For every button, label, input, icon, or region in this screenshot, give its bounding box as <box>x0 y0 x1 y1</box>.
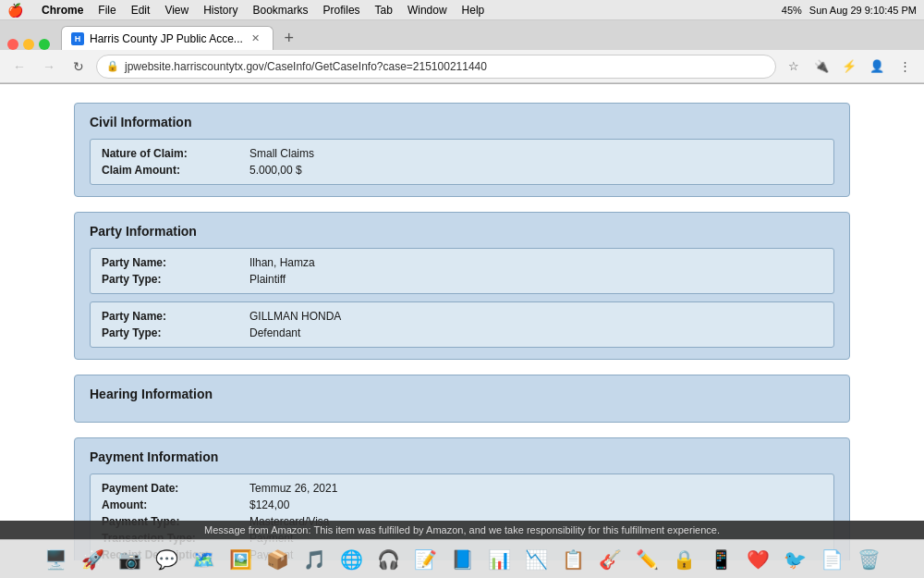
nav-right-buttons: ☆ 🔌 ⚡ 👤 ⋮ <box>782 55 917 79</box>
civil-amount-label: Claim Amount: <box>102 164 249 177</box>
extension-button-1[interactable]: 🔌 <box>809 55 833 79</box>
party1-name-label: Party Name: <box>102 256 249 269</box>
party-2-inner: Party Name: GILLMAN HONDA Party Type: De… <box>90 301 834 348</box>
hearing-section-title: Hearing Information <box>90 387 834 401</box>
nav-bar: ← → ↻ 🔒 jpwebsite.harriscountytx.gov/Cas… <box>0 50 924 83</box>
refresh-button[interactable]: ↻ <box>67 55 91 79</box>
menu-bar-right: 45% Sun Aug 29 9:10:45 PM <box>782 5 917 16</box>
civil-amount-value: 5.000,00 $ <box>249 164 302 177</box>
menu-help[interactable]: Help <box>462 4 485 17</box>
party2-type-label: Party Type: <box>102 326 249 339</box>
dock-garageband[interactable]: 🎸 <box>593 543 626 576</box>
party1-name-value: Ilhan, Hamza <box>249 256 315 269</box>
apple-menu[interactable]: 🍎 <box>7 3 23 18</box>
extension-button-2[interactable]: ⚡ <box>837 55 861 79</box>
dock-podcasts[interactable]: 🎧 <box>371 543 405 576</box>
party2-name-value: GILLMAN HONDA <box>249 310 341 323</box>
party-section-title: Party Information <box>90 224 834 239</box>
star-bookmark-button[interactable]: ☆ <box>782 55 806 79</box>
civil-section-title: Civil Information <box>90 115 834 129</box>
payment-date-row: Payment Date: Temmuz 26, 2021 <box>102 482 822 495</box>
window-maximize[interactable] <box>39 39 50 50</box>
lock-icon: 🔒 <box>106 60 119 72</box>
dock-chrome[interactable]: 🌐 <box>334 543 368 576</box>
party1-type-label: Party Type: <box>102 273 249 286</box>
civil-nature-row: Nature of Claim: Small Claims <box>102 147 822 160</box>
dock-maps[interactable]: 🗺️ <box>187 543 220 576</box>
window-close[interactable] <box>7 39 18 50</box>
dock-security[interactable]: 🔒 <box>667 543 700 576</box>
forward-button[interactable]: → <box>37 55 61 79</box>
menu-window[interactable]: Window <box>407 4 447 17</box>
party-1-inner: Party Name: Ilhan, Hamza Party Type: Pla… <box>90 248 834 294</box>
party-information-section: Party Information Party Name: Ilhan, Ham… <box>74 212 850 360</box>
profile-button[interactable]: 👤 <box>865 55 889 79</box>
civil-nature-value: Small Claims <box>249 147 314 160</box>
dock-trash[interactable]: 🗑️ <box>852 543 885 576</box>
battery-status: 45% <box>782 5 802 16</box>
menu-app-name[interactable]: Chrome <box>42 4 83 17</box>
dock-music[interactable]: 🎵 <box>298 543 331 576</box>
civil-information-inner: Nature of Claim: Small Claims Claim Amou… <box>90 139 834 185</box>
menu-bookmarks[interactable]: Bookmarks <box>253 4 309 17</box>
dock-phone[interactable]: 📱 <box>704 543 737 576</box>
dock-image[interactable]: 🖼️ <box>224 543 257 576</box>
address-bar[interactable]: 🔒 jpwebsite.harriscountytx.gov/CaseInfo/… <box>96 55 776 79</box>
active-tab[interactable]: H Harris County JP Public Acce... ✕ <box>61 26 274 50</box>
party2-type-value: Defendant <box>249 326 300 339</box>
payment-amount-row: Amount: $124,00 <box>102 498 822 511</box>
menu-edit[interactable]: Edit <box>131 4 151 17</box>
dock-messages[interactable]: 💬 <box>150 543 183 576</box>
page-content: Civil Information Nature of Claim: Small… <box>0 84 924 560</box>
menu-tab[interactable]: Tab <box>375 4 393 17</box>
new-tab-button[interactable]: + <box>277 26 301 50</box>
payment-section-title: Payment Information <box>90 449 834 464</box>
civil-information-section: Civil Information Nature of Claim: Small… <box>74 103 850 197</box>
tab-title: Harris County JP Public Acce... <box>90 32 243 45</box>
dock-numbers[interactable]: 📋 <box>556 543 590 576</box>
bottom-message-text: Message from Amazon: This item was fulfi… <box>204 524 720 535</box>
dock-word[interactable]: 📘 <box>445 543 479 576</box>
tab-bar: H Harris County JP Public Acce... ✕ + <box>0 20 924 50</box>
party2-name-row: Party Name: GILLMAN HONDA <box>102 310 822 323</box>
dock-whatsapp[interactable]: ❤️ <box>741 543 774 576</box>
party1-type-value: Plaintiff <box>249 273 286 286</box>
dock-notes[interactable]: 📝 <box>408 543 442 576</box>
dock-twitter[interactable]: 🐦 <box>778 543 811 576</box>
menu-dots-button[interactable]: ⋮ <box>893 55 917 79</box>
back-button[interactable]: ← <box>7 55 31 79</box>
payment-amount-label: Amount: <box>102 498 249 511</box>
browser-chrome: H Harris County JP Public Acce... ✕ + ← … <box>0 20 924 84</box>
menu-view[interactable]: View <box>164 4 188 17</box>
dock-excel[interactable]: 📊 <box>482 543 516 576</box>
dock-files[interactable]: 📦 <box>261 543 294 576</box>
dock-powerpoint[interactable]: 📉 <box>519 543 553 576</box>
hearing-information-section: Hearing Information <box>74 375 850 423</box>
dock-launchpad[interactable]: 🚀 <box>76 543 109 576</box>
payment-amount-value: $124,00 <box>249 498 289 511</box>
party2-name-label: Party Name: <box>102 310 249 323</box>
party1-type-row: Party Type: Plaintiff <box>102 273 822 286</box>
menu-profiles[interactable]: Profiles <box>323 4 360 17</box>
tab-favicon: H <box>71 32 84 45</box>
civil-amount-row: Claim Amount: 5.000,00 $ <box>102 164 822 177</box>
menu-file[interactable]: File <box>98 4 116 17</box>
bottom-message-bar: Message from Amazon: This item was fulfi… <box>0 521 924 539</box>
payment-date-value: Temmuz 26, 2021 <box>249 482 337 495</box>
dock: 🖥️ 🚀 📷 💬 🗺️ 🖼️ 📦 🎵 🌐 🎧 📝 📘 📊 📉 📋 🎸 ✏️ 🔒 … <box>0 539 924 578</box>
dock-photos[interactable]: 📷 <box>113 543 146 576</box>
menu-bar: 🍎 Chrome File Edit View History Bookmark… <box>0 0 924 20</box>
dock-finder[interactable]: 🖥️ <box>39 543 72 576</box>
menu-history[interactable]: History <box>203 4 237 17</box>
window-minimize[interactable] <box>23 39 34 50</box>
url-text: jpwebsite.harriscountytx.gov/CaseInfo/Ge… <box>125 60 487 73</box>
datetime-display: Sun Aug 29 9:10:45 PM <box>809 5 917 16</box>
payment-date-label: Payment Date: <box>102 482 249 495</box>
dock-acrobat[interactable]: 📄 <box>815 543 848 576</box>
tab-close-button[interactable]: ✕ <box>249 31 263 46</box>
party2-type-row: Party Type: Defendant <box>102 326 822 339</box>
party1-name-row: Party Name: Ilhan, Hamza <box>102 256 822 269</box>
dock-draw[interactable]: ✏️ <box>630 543 663 576</box>
civil-nature-label: Nature of Claim: <box>102 147 249 160</box>
